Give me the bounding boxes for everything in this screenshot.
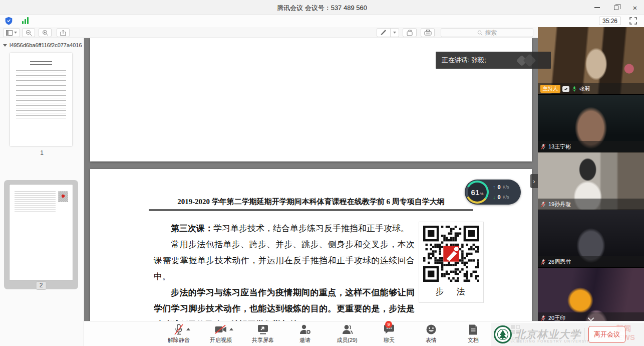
unmute-button[interactable]: 解除静音 bbox=[164, 323, 193, 344]
download-unit: K/s bbox=[503, 195, 509, 200]
fullscreen-icon[interactable] bbox=[629, 17, 637, 25]
paragraph-lead: 第三次课： bbox=[171, 224, 213, 233]
meeting-logo-watermark-icon bbox=[514, 55, 544, 67]
zoom-out-button[interactable] bbox=[22, 28, 35, 37]
share-screen-icon bbox=[256, 324, 269, 335]
meeting-timer: 35:26 bbox=[599, 17, 621, 25]
qr-code bbox=[423, 226, 479, 282]
control-label: 文档 bbox=[468, 336, 479, 344]
university-logo bbox=[494, 325, 512, 343]
zoom-out-icon bbox=[26, 30, 32, 36]
mic-muted-icon bbox=[173, 323, 184, 335]
zoom-in-icon bbox=[42, 30, 49, 36]
footer-watermark-band: 北京林业大学 BEIJING FORESTRY UNIVERSITY 新闻 NE… bbox=[491, 323, 644, 346]
page-thumbnail-1[interactable] bbox=[10, 53, 72, 146]
window-title: 腾讯会议 会议号：537 489 560 bbox=[0, 4, 644, 13]
participant-name: 19孙丹璇 bbox=[548, 201, 571, 208]
invite-person-icon bbox=[298, 324, 311, 335]
control-label: 聊天 bbox=[384, 336, 395, 344]
print-button[interactable] bbox=[421, 28, 435, 37]
pen-tool-button[interactable] bbox=[377, 28, 391, 37]
rotate-button[interactable] bbox=[403, 28, 417, 37]
video-tile[interactable]: 26周恩竹 bbox=[538, 210, 644, 268]
speaking-indicator-banner: 正在讲话: 张毅; bbox=[436, 52, 551, 69]
document-id-header[interactable]: l4956d6ba6ff116f2c077a4016... bbox=[3, 42, 82, 48]
control-label: 开启视频 bbox=[210, 336, 232, 344]
screen-sharing-icon bbox=[562, 86, 569, 92]
window-titlebar: 腾讯会议 会议号：537 489 560 × bbox=[0, 0, 644, 15]
network-bars-icon[interactable] bbox=[22, 17, 29, 24]
participant-name: 26周恩竹 bbox=[548, 258, 571, 266]
upload-rate-row: ↑ 0 K/s bbox=[493, 182, 509, 192]
minimize-icon bbox=[594, 7, 600, 8]
mic-muted-icon bbox=[540, 201, 546, 208]
search-icon bbox=[477, 30, 483, 36]
video-options-caret[interactable] bbox=[229, 328, 233, 330]
zoom-in-button[interactable] bbox=[39, 28, 52, 37]
rotate-icon bbox=[406, 30, 413, 36]
page-number-1: 1 bbox=[0, 149, 84, 156]
thumbnail-sidebar: l4956d6ba6ff116f2c077a4016... 1 2 bbox=[0, 38, 84, 346]
video-participants-panel: 主持人 张毅 13王宁彬 19孙丹璇 26周恩竹 bbox=[538, 27, 644, 346]
upload-unit: K/s bbox=[503, 185, 509, 190]
docs-button[interactable]: 文档 bbox=[459, 323, 488, 344]
video-tile[interactable]: 19孙丹璇 bbox=[538, 152, 644, 210]
participant-name: 13王宁彬 bbox=[548, 143, 571, 150]
emoji-button[interactable]: 表情 bbox=[417, 323, 446, 344]
chevron-down-icon bbox=[393, 32, 396, 34]
control-label: 共享屏幕 bbox=[252, 336, 274, 344]
percent-value: 61 bbox=[471, 188, 480, 197]
print-icon bbox=[424, 30, 432, 36]
download-arrow-icon: ↓ bbox=[493, 194, 496, 200]
percent-sign: % bbox=[480, 192, 483, 196]
mic-on-icon bbox=[571, 86, 577, 92]
host-badge: 主持人 bbox=[540, 85, 560, 93]
network-stats-badge[interactable]: 61 % ↑ 0 K/s ↓ 0 K/s bbox=[465, 180, 521, 205]
pen-icon bbox=[380, 30, 387, 36]
members-icon bbox=[341, 324, 354, 335]
security-shield-icon[interactable] bbox=[5, 17, 13, 25]
video-tile[interactable]: 13王宁彬 bbox=[538, 95, 644, 152]
camera-off-icon bbox=[214, 324, 227, 334]
document-title: 2019-2020 学年第二学期延期开学期间本科体育课程在线教学前 6 周专项自… bbox=[149, 197, 473, 211]
start-video-button[interactable]: 开启视频 bbox=[206, 323, 235, 344]
members-button[interactable]: 成员(29) bbox=[333, 323, 362, 344]
speaking-text: 正在讲话: 张毅; bbox=[442, 56, 486, 65]
share-icon bbox=[60, 30, 66, 36]
panel-collapse-handle[interactable]: › bbox=[530, 174, 538, 188]
restore-button[interactable] bbox=[612, 4, 620, 12]
search-input[interactable]: 搜索 bbox=[441, 28, 533, 37]
restore-icon bbox=[614, 6, 618, 10]
emoji-smiley-icon bbox=[426, 324, 437, 335]
sidebar-toggle-button[interactable] bbox=[3, 28, 20, 37]
upload-value: 0 bbox=[498, 184, 501, 190]
chat-unread-badge: 9 bbox=[385, 321, 392, 328]
mic-options-caret[interactable] bbox=[186, 328, 190, 330]
chevron-right-icon: › bbox=[533, 178, 535, 185]
paragraph-text: 学习单步技术，结合单步练习反手推挡和正手攻球。 bbox=[213, 224, 409, 233]
leave-meeting-button[interactable]: 离开会议 bbox=[588, 326, 625, 343]
mic-muted-icon bbox=[540, 315, 546, 321]
page-thumbnail-2-selected[interactable]: 2 bbox=[4, 180, 78, 289]
chevron-down-icon bbox=[14, 32, 17, 34]
video-tile-host[interactable]: 主持人 张毅 bbox=[538, 27, 644, 95]
share-button[interactable] bbox=[57, 28, 70, 37]
minimize-button[interactable] bbox=[593, 4, 601, 12]
university-name-en: BEIJING FORESTRY UNIVERSITY bbox=[517, 339, 593, 343]
qr-code-box: 步 法 bbox=[419, 222, 484, 303]
invite-button[interactable]: 邀请 bbox=[290, 323, 319, 344]
document-id: l4956d6ba6ff116f2c077a4016... bbox=[10, 42, 82, 48]
mic-muted-icon bbox=[540, 143, 546, 150]
participant-name: 张毅 bbox=[579, 85, 590, 93]
chat-button[interactable]: 9 聊天 bbox=[375, 323, 404, 344]
thumbnail-text-preview bbox=[30, 61, 52, 66]
cpu-percent-ring: 61 % bbox=[466, 181, 489, 204]
close-button[interactable]: × bbox=[631, 4, 639, 12]
control-label: 成员(29) bbox=[337, 336, 358, 344]
upload-arrow-icon: ↑ bbox=[493, 184, 496, 190]
share-screen-button[interactable]: 共享屏幕 bbox=[248, 323, 277, 344]
qr-code-label: 步 法 bbox=[419, 284, 483, 300]
control-label: 解除静音 bbox=[168, 336, 190, 344]
page-number-2: 2 bbox=[36, 281, 47, 290]
pen-tool-dropdown[interactable] bbox=[390, 28, 399, 37]
